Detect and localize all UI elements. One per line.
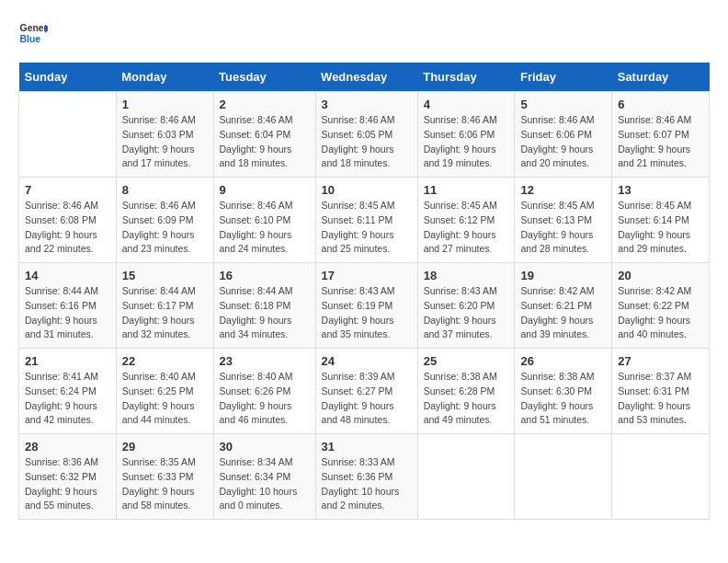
day-number: 11: [424, 183, 509, 197]
day-number: 15: [122, 269, 208, 282]
svg-text:Blue: Blue: [20, 34, 41, 44]
day-info: Sunrise: 8:35 AMSunset: 6:33 PMDaylight:…: [122, 455, 208, 513]
calendar-cell: 17Sunrise: 8:43 AMSunset: 6:19 PMDayligh…: [315, 263, 417, 349]
calendar-cell: 23Sunrise: 8:40 AMSunset: 6:26 PMDayligh…: [213, 349, 315, 434]
day-number: 30: [220, 440, 310, 454]
column-header-friday: Friday: [515, 63, 612, 92]
logo: General Blue: [18, 18, 51, 48]
day-number: 24: [322, 354, 412, 368]
column-header-tuesday: Tuesday: [213, 63, 315, 92]
day-info: Sunrise: 8:41 AMSunset: 6:24 PMDaylight:…: [25, 370, 110, 428]
day-info: Sunrise: 8:39 AMSunset: 6:27 PMDaylight:…: [322, 370, 412, 428]
calendar-cell: 22Sunrise: 8:40 AMSunset: 6:25 PMDayligh…: [116, 349, 213, 434]
column-header-saturday: Saturday: [612, 63, 710, 92]
day-info: Sunrise: 8:34 AMSunset: 6:34 PMDaylight:…: [220, 455, 310, 513]
calendar-cell: 3Sunrise: 8:46 AMSunset: 6:05 PMDaylight…: [315, 92, 417, 178]
day-number: 7: [25, 183, 110, 197]
day-info: Sunrise: 8:45 AMSunset: 6:12 PMDaylight:…: [424, 199, 509, 257]
calendar-cell: 12Sunrise: 8:45 AMSunset: 6:13 PMDayligh…: [515, 178, 612, 263]
day-number: 1: [122, 98, 208, 111]
calendar-cell: [417, 434, 515, 520]
day-number: 21: [25, 354, 110, 368]
day-number: 13: [618, 183, 703, 197]
day-number: 2: [220, 98, 310, 111]
calendar-cell: 28Sunrise: 8:36 AMSunset: 6:32 PMDayligh…: [19, 434, 117, 520]
day-number: 6: [618, 98, 703, 111]
day-info: Sunrise: 8:38 AMSunset: 6:30 PMDaylight:…: [520, 370, 606, 428]
day-info: Sunrise: 8:43 AMSunset: 6:20 PMDaylight:…: [424, 284, 509, 342]
column-header-wednesday: Wednesday: [315, 63, 417, 92]
calendar-cell: 15Sunrise: 8:44 AMSunset: 6:17 PMDayligh…: [116, 263, 213, 349]
day-info: Sunrise: 8:45 AMSunset: 6:14 PMDaylight:…: [618, 199, 703, 257]
calendar-cell: 14Sunrise: 8:44 AMSunset: 6:16 PMDayligh…: [19, 263, 117, 349]
day-info: Sunrise: 8:46 AMSunset: 6:06 PMDaylight:…: [424, 113, 509, 171]
day-number: 28: [25, 440, 110, 454]
calendar-cell: 31Sunrise: 8:33 AMSunset: 6:36 PMDayligh…: [315, 434, 417, 520]
calendar-cell: 11Sunrise: 8:45 AMSunset: 6:12 PMDayligh…: [417, 178, 515, 263]
day-info: Sunrise: 8:45 AMSunset: 6:13 PMDaylight:…: [520, 199, 606, 257]
calendar-cell: [19, 92, 117, 178]
day-number: 17: [322, 269, 412, 282]
day-number: 16: [220, 269, 310, 282]
day-number: 14: [25, 269, 110, 282]
day-info: Sunrise: 8:33 AMSunset: 6:36 PMDaylight:…: [322, 455, 412, 513]
calendar-cell: 16Sunrise: 8:44 AMSunset: 6:18 PMDayligh…: [213, 263, 315, 349]
day-number: 23: [220, 354, 310, 368]
day-info: Sunrise: 8:38 AMSunset: 6:28 PMDaylight:…: [424, 370, 509, 428]
calendar-cell: 13Sunrise: 8:45 AMSunset: 6:14 PMDayligh…: [612, 178, 710, 263]
day-info: Sunrise: 8:45 AMSunset: 6:11 PMDaylight:…: [322, 199, 412, 257]
calendar-cell: 24Sunrise: 8:39 AMSunset: 6:27 PMDayligh…: [315, 349, 417, 434]
day-info: Sunrise: 8:42 AMSunset: 6:22 PMDaylight:…: [618, 284, 703, 342]
column-header-sunday: Sunday: [19, 63, 117, 92]
calendar-cell: 8Sunrise: 8:46 AMSunset: 6:09 PMDaylight…: [116, 178, 213, 263]
day-info: Sunrise: 8:37 AMSunset: 6:31 PMDaylight:…: [618, 370, 703, 428]
column-header-thursday: Thursday: [417, 63, 515, 92]
day-number: 8: [122, 183, 208, 197]
day-number: 3: [322, 98, 412, 111]
day-number: 4: [424, 98, 509, 111]
day-info: Sunrise: 8:46 AMSunset: 6:04 PMDaylight:…: [220, 113, 310, 171]
calendar-week-row: 7Sunrise: 8:46 AMSunset: 6:08 PMDaylight…: [19, 178, 710, 263]
calendar-cell: 4Sunrise: 8:46 AMSunset: 6:06 PMDaylight…: [417, 92, 515, 178]
calendar-week-row: 21Sunrise: 8:41 AMSunset: 6:24 PMDayligh…: [19, 349, 710, 434]
day-number: 19: [520, 269, 606, 282]
day-number: 26: [520, 354, 606, 368]
day-info: Sunrise: 8:46 AMSunset: 6:10 PMDaylight:…: [220, 199, 310, 257]
calendar-cell: 10Sunrise: 8:45 AMSunset: 6:11 PMDayligh…: [315, 178, 417, 263]
day-number: 18: [424, 269, 509, 282]
logo-icon: General Blue: [18, 18, 48, 48]
day-info: Sunrise: 8:40 AMSunset: 6:26 PMDaylight:…: [220, 370, 310, 428]
calendar-cell: 21Sunrise: 8:41 AMSunset: 6:24 PMDayligh…: [19, 349, 117, 434]
day-number: 10: [322, 183, 412, 197]
day-number: 12: [520, 183, 606, 197]
calendar-week-row: 14Sunrise: 8:44 AMSunset: 6:16 PMDayligh…: [19, 263, 710, 349]
calendar-cell: 18Sunrise: 8:43 AMSunset: 6:20 PMDayligh…: [417, 263, 515, 349]
day-number: 5: [520, 98, 606, 111]
day-number: 9: [220, 183, 310, 197]
svg-text:General: General: [20, 23, 48, 33]
day-number: 31: [322, 440, 412, 454]
day-info: Sunrise: 8:46 AMSunset: 6:03 PMDaylight:…: [122, 113, 208, 171]
calendar-week-row: 28Sunrise: 8:36 AMSunset: 6:32 PMDayligh…: [19, 434, 710, 520]
calendar-week-row: 1Sunrise: 8:46 AMSunset: 6:03 PMDaylight…: [19, 92, 710, 178]
calendar-cell: 20Sunrise: 8:42 AMSunset: 6:22 PMDayligh…: [612, 263, 710, 349]
calendar-cell: 9Sunrise: 8:46 AMSunset: 6:10 PMDaylight…: [213, 178, 315, 263]
calendar-cell: 29Sunrise: 8:35 AMSunset: 6:33 PMDayligh…: [116, 434, 213, 520]
day-number: 27: [618, 354, 703, 368]
calendar-cell: 26Sunrise: 8:38 AMSunset: 6:30 PMDayligh…: [515, 349, 612, 434]
calendar-cell: 1Sunrise: 8:46 AMSunset: 6:03 PMDaylight…: [116, 92, 213, 178]
day-info: Sunrise: 8:46 AMSunset: 6:05 PMDaylight:…: [322, 113, 412, 171]
day-info: Sunrise: 8:46 AMSunset: 6:08 PMDaylight:…: [25, 199, 110, 257]
day-info: Sunrise: 8:42 AMSunset: 6:21 PMDaylight:…: [520, 284, 606, 342]
column-header-monday: Monday: [116, 63, 213, 92]
calendar-cell: [515, 434, 612, 520]
calendar-table: SundayMondayTuesdayWednesdayThursdayFrid…: [18, 63, 710, 520]
day-info: Sunrise: 8:44 AMSunset: 6:17 PMDaylight:…: [122, 284, 208, 342]
day-info: Sunrise: 8:46 AMSunset: 6:07 PMDaylight:…: [618, 113, 703, 171]
day-number: 22: [122, 354, 208, 368]
day-info: Sunrise: 8:36 AMSunset: 6:32 PMDaylight:…: [25, 455, 110, 513]
calendar-cell: 7Sunrise: 8:46 AMSunset: 6:08 PMDaylight…: [19, 178, 117, 263]
day-info: Sunrise: 8:40 AMSunset: 6:25 PMDaylight:…: [122, 370, 208, 428]
day-info: Sunrise: 8:44 AMSunset: 6:16 PMDaylight:…: [25, 284, 110, 342]
calendar-cell: 27Sunrise: 8:37 AMSunset: 6:31 PMDayligh…: [612, 349, 710, 434]
